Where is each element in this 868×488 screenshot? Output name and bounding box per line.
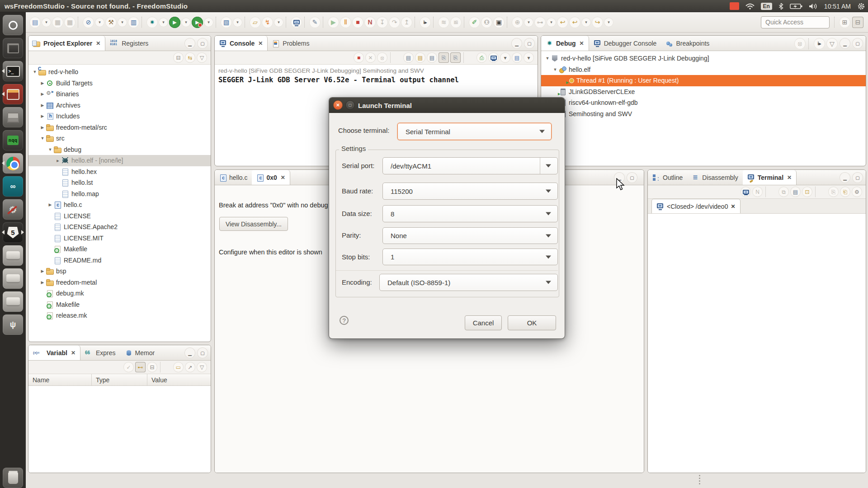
toolbar-icon[interactable] [78, 17, 80, 28]
data-size-select[interactable]: 8 [382, 205, 558, 222]
toolbar-icon[interactable]: ▾ [204, 18, 213, 27]
close-icon[interactable]: ✕ [71, 350, 75, 356]
toolbar-icon[interactable]: ▾ [233, 18, 242, 27]
debug-tree-item[interactable]: red-v-hello [SiFive GDB SEGGER J-Link De… [541, 53, 866, 64]
help-icon[interactable]: ? [340, 316, 349, 325]
minimize-button[interactable]: ▁ [184, 347, 195, 358]
console-tool-icon[interactable]: ▾ [500, 52, 510, 63]
encoding-select[interactable]: Default (ISO-8859-1) [379, 274, 558, 291]
debug-tree-item[interactable]: hello.elf [541, 64, 866, 75]
tree-item[interactable]: LICENSE.MIT [28, 233, 211, 244]
tree-item[interactable]: bsp [28, 266, 211, 277]
toolbar-icon[interactable]: ↥ [401, 17, 412, 28]
launcher-item[interactable]: ψ [3, 314, 23, 335]
tree-item[interactable]: Makefile [28, 299, 211, 310]
choose-terminal-select[interactable]: Serial Terminal [397, 123, 552, 140]
variables-tool-icon[interactable]: ✓ [123, 362, 134, 372]
terminal-tool-icon[interactable] [741, 187, 751, 197]
variables-table-body[interactable] [28, 386, 211, 473]
twistie[interactable] [39, 114, 46, 118]
launcher-item[interactable] [3, 38, 23, 58]
toolbar-icon[interactable] [323, 17, 326, 28]
console-tool-icon[interactable] [390, 52, 401, 63]
variables-tool-icon[interactable]: ⊟ [147, 362, 157, 372]
volume-icon[interactable] [809, 3, 818, 9]
dialog-close-button[interactable]: ✕ [333, 100, 343, 110]
launcher-item[interactable] [3, 84, 23, 104]
serial-port-select[interactable]: /dev/ttyACM1 [382, 157, 558, 174]
tab-breakpoints[interactable]: Breakpoints [661, 36, 714, 51]
toolbar-icon[interactable]: ▱ [250, 17, 261, 28]
perspective-button[interactable]: ⊞ [839, 17, 850, 28]
tab-debug[interactable]: Debug✕ [541, 36, 589, 51]
tree-item[interactable]: hello.map [28, 188, 211, 200]
toolbar-icon[interactable]: ▾ [547, 18, 556, 27]
toolbar-icon[interactable] [415, 17, 417, 28]
ok-button[interactable]: OK [508, 315, 556, 330]
quick-access-input[interactable] [761, 16, 830, 28]
variables-tool-icon[interactable]: ▽ [197, 362, 207, 372]
tab-memory[interactable]: Memor [120, 345, 160, 360]
tree-item[interactable]: freedom-metal/src [28, 122, 211, 133]
toolbar-icon[interactable]: ⊕ [512, 17, 523, 28]
debug-tree-item[interactable]: riscv64-unknown-elf-gdb [541, 97, 866, 108]
toolbar-icon[interactable]: ▦ [64, 17, 75, 28]
cancel-button[interactable]: Cancel [465, 315, 502, 330]
maximize-button[interactable]: ▢ [627, 172, 637, 183]
tab-debugger-console[interactable]: Debugger Console [589, 36, 661, 51]
tree-item[interactable]: Includes [28, 111, 211, 122]
console-tool-icon[interactable]: ⎘ [439, 52, 449, 63]
dialog-maximize-button[interactable]: ▢ [345, 100, 355, 110]
console-tool-icon[interactable] [463, 52, 474, 63]
terminal-tool-icon[interactable] [815, 187, 826, 197]
twistie[interactable] [39, 92, 46, 96]
toolbar-icon[interactable]: ▶ [328, 17, 339, 28]
launcher-item[interactable] [3, 268, 23, 289]
console-tool-icon[interactable] [488, 52, 499, 63]
toolbar-icon[interactable]: N [364, 17, 376, 28]
tab-problems[interactable]: Problems [268, 36, 314, 51]
toolbar-icon[interactable] [216, 17, 218, 28]
battery-icon[interactable] [790, 3, 802, 9]
toolbar-icon[interactable]: ▤ [29, 17, 41, 28]
toolbar-icon[interactable] [291, 17, 302, 28]
debug-tree-item[interactable]: Semihosting and SWV [541, 108, 866, 120]
tab-variables[interactable]: (x)= Variabl✕ [28, 345, 80, 360]
twistie[interactable] [39, 125, 46, 130]
twistie[interactable] [544, 56, 551, 61]
launcher-item[interactable]: 5 [3, 222, 23, 243]
toolbar-icon[interactable]: ▾ [581, 18, 591, 27]
console-tool-icon[interactable]: ▤ [403, 52, 414, 63]
toolbar-icon[interactable]: ▶ [192, 17, 203, 28]
terminal-session-tab[interactable]: <Closed> /dev/video0 ✕ [651, 199, 741, 213]
terminal-tool-icon[interactable]: ▤ [790, 187, 801, 197]
launcher-item[interactable]: >_ [3, 61, 23, 81]
tree-item[interactable]: LICENSE [28, 211, 211, 222]
close-icon[interactable]: ✕ [281, 174, 285, 181]
tree-item[interactable]: Archives [28, 100, 211, 111]
minimize-button[interactable]: ▁ [184, 38, 195, 49]
launcher-item[interactable] [3, 291, 23, 312]
terminal-tool-icon[interactable] [765, 187, 776, 197]
toolbar-icon[interactable]: ▾ [524, 18, 533, 27]
tree-item[interactable]: src [28, 133, 211, 144]
maximize-button[interactable]: ▢ [524, 38, 535, 49]
minimize-button[interactable]: ▁ [840, 172, 850, 183]
toolbar-icon[interactable]: ■ [352, 17, 363, 28]
toolbar-icon[interactable]: ▦ [52, 17, 63, 28]
twistie[interactable] [39, 280, 46, 285]
toolbar-icon[interactable]: ≌ [450, 17, 462, 28]
launcher-item[interactable] [3, 153, 23, 174]
toolbar-icon[interactable]: ▧ [221, 17, 232, 28]
wifi-icon[interactable] [745, 3, 755, 9]
close-icon[interactable]: ✕ [258, 40, 263, 47]
tab-registers[interactable]: 1010 0101 Registers [105, 36, 153, 51]
tree-item[interactable]: README.md [28, 255, 211, 266]
twistie[interactable] [47, 147, 54, 152]
toolbar-icon[interactable] [245, 17, 247, 28]
toolbar-icon[interactable]: ▣ [493, 17, 505, 28]
twistie[interactable] [39, 136, 46, 141]
toolbar-icon[interactable] [507, 17, 509, 28]
variables-tool-icon[interactable] [160, 362, 170, 372]
toolbar-icon[interactable]: ↷ [389, 17, 400, 28]
